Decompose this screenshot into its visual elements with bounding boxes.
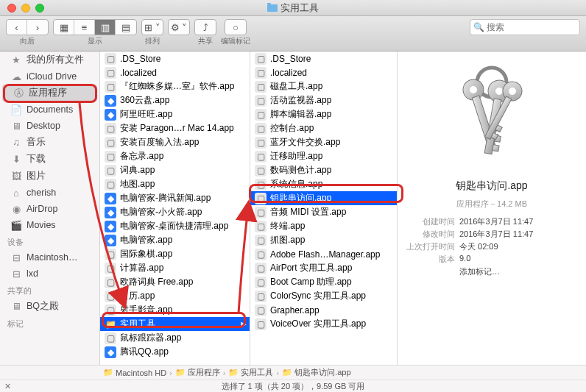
file-row[interactable]: ▢脚本编辑器.app xyxy=(250,107,397,121)
file-row[interactable]: ◆电脑管家-腾讯新闻.app xyxy=(100,191,250,205)
file-icon: ▢ xyxy=(255,235,266,246)
arrange-button[interactable]: ⊞ ˅ xyxy=(142,20,163,35)
view-group: ▦ ≡ ▥ ▤ 显示 xyxy=(53,19,137,46)
file-name: 磁盘工具.app xyxy=(270,80,394,93)
file-icon: ▢ xyxy=(105,81,116,93)
file-row[interactable]: ▢抓图.app xyxy=(250,233,397,247)
file-row[interactable]: ▢.localized xyxy=(100,65,250,79)
file-row[interactable]: ▢蓝牙文件交换.app xyxy=(250,135,397,149)
file-row[interactable]: ▢安装 Paragon…r Mac 14.app xyxy=(100,121,250,135)
file-row[interactable]: ▢Boot Camp 助理.app xyxy=(250,275,397,289)
sidebar[interactable]: ★我的所有文件☁iCloud DriveⒶ应用程序📄Documents🖥Desk… xyxy=(0,51,100,365)
file-row[interactable]: ▢磁盘工具.app xyxy=(250,79,397,93)
sidebar-icon: ◉ xyxy=(10,203,22,215)
file-row[interactable]: ▢迁移助理.app xyxy=(250,149,397,163)
file-name: 『红蜘蛛多媒…室』软件.app xyxy=(120,80,247,93)
file-row[interactable]: ▢.DS_Store xyxy=(250,51,397,65)
file-row[interactable]: ▢控制台.app xyxy=(250,121,397,135)
file-row[interactable]: ▢射手影音.app xyxy=(100,303,250,317)
file-row[interactable]: ◆电脑管家-桌面快捷清理.app xyxy=(100,219,250,233)
file-row[interactable]: ▢.DS_Store xyxy=(100,51,250,65)
file-row[interactable]: ▢钥匙串访问.app xyxy=(250,191,397,205)
file-row[interactable]: ▢数码测色计.app xyxy=(250,163,397,177)
sidebar-item-应用程序[interactable]: Ⓐ应用程序 xyxy=(2,85,97,101)
sidebar-item-图片[interactable]: 🖼图片 xyxy=(0,168,99,185)
file-name: 电脑管家-桌面快捷清理.app xyxy=(120,220,247,232)
sidebar-item-下载[interactable]: ⬇下载 xyxy=(0,151,99,168)
sidebar-item-Desktop[interactable]: 🖥Desktop xyxy=(0,118,99,134)
file-row[interactable]: ▢活动监视器.app xyxy=(250,93,397,107)
sidebar-item-Documents[interactable]: 📄Documents xyxy=(0,101,99,118)
file-row[interactable]: ▢国际象棋.app xyxy=(100,247,250,261)
file-row[interactable]: ▢.localized xyxy=(250,65,397,79)
sidebar-item-label: 应用程序 xyxy=(29,87,67,99)
sidebar-item-Macintosh…[interactable]: ⊟Macintosh… xyxy=(0,249,99,266)
file-row[interactable]: ▢终端.app xyxy=(250,219,397,233)
file-row[interactable]: ▢备忘录.app xyxy=(100,149,250,163)
share-button[interactable]: ⤴ xyxy=(195,20,216,35)
path-segment[interactable]: 📁钥匙串访问.app xyxy=(282,367,350,378)
file-row[interactable]: ▢欧路词典 Free.app xyxy=(100,275,250,289)
column-view-button[interactable]: ▥ xyxy=(95,20,116,35)
file-row[interactable]: ▢鼠标跟踪器.app xyxy=(100,331,250,345)
icon-view-button[interactable]: ▦ xyxy=(54,20,74,35)
sidebar-item-Movies[interactable]: 🎬Movies xyxy=(0,217,99,233)
file-row[interactable]: ◆电脑管家-小火箭.app xyxy=(100,205,250,219)
file-row[interactable]: ◆360云盘.app xyxy=(100,93,250,107)
path-segment[interactable]: 📁应用程序 xyxy=(175,367,220,378)
file-icon: ▢ xyxy=(255,137,266,149)
folder-icon: 📁 xyxy=(282,368,292,377)
file-icon: ▢ xyxy=(255,151,266,163)
file-row[interactable]: ◆腾讯QQ.app xyxy=(100,345,250,359)
gallery-view-button[interactable]: ▤ xyxy=(116,20,136,35)
share-label: 共享 xyxy=(198,36,213,46)
file-row[interactable]: ▢系统信息.app xyxy=(250,177,397,191)
file-name: 欧路词典 Free.app xyxy=(120,276,247,288)
sidebar-item-音乐[interactable]: ♫音乐 xyxy=(0,134,99,151)
file-row[interactable]: ▢音频 MIDI 设置.app xyxy=(250,205,397,219)
add-tag-row[interactable]: 添加标记… xyxy=(405,266,579,278)
sidebar-item-lxd[interactable]: ⊟lxd xyxy=(0,266,99,282)
column-applications[interactable]: ▢.DS_Store▢.localized▢『红蜘蛛多媒…室』软件.app◆36… xyxy=(100,51,250,365)
file-row[interactable]: ▢Grapher.app xyxy=(250,303,397,317)
file-row[interactable]: ◆阿里旺旺.app xyxy=(100,107,250,121)
action-button[interactable]: ⚙ ˅ xyxy=(169,20,189,35)
forward-button[interactable]: › xyxy=(27,20,48,35)
close-x-icon[interactable]: ✕ xyxy=(4,382,11,391)
sidebar-item-AirDrop[interactable]: ◉AirDrop xyxy=(0,201,99,217)
tags-button[interactable]: ○ xyxy=(225,20,246,35)
file-row[interactable]: ▢VoiceOver 实用工具.app xyxy=(250,317,397,331)
file-row[interactable]: ▢AirPort 实用工具.app xyxy=(250,261,397,275)
sidebar-item-label: 音乐 xyxy=(27,136,46,149)
file-icon: ▢ xyxy=(255,67,266,79)
sidebar-item-iCloud Drive[interactable]: ☁iCloud Drive xyxy=(0,68,99,85)
title-text: 实用工具 xyxy=(280,1,319,15)
file-row[interactable]: ▢地图.app xyxy=(100,177,250,191)
file-row[interactable]: ▢ColorSync 实用工具.app xyxy=(250,289,397,303)
file-row[interactable]: ▢日历.app xyxy=(100,289,250,303)
column-utilities[interactable]: ▢.DS_Store▢.localized▢磁盘工具.app▢活动监视器.app… xyxy=(250,51,398,365)
path-bar[interactable]: 📁Macintosh HD›📁应用程序›📁实用工具›📁钥匙串访问.app xyxy=(0,365,586,379)
tags-header: 标记 xyxy=(0,315,99,331)
search-input[interactable] xyxy=(470,19,580,35)
file-row[interactable]: ▢词典.app xyxy=(100,163,250,177)
file-name: 日历.app xyxy=(120,290,247,302)
file-row[interactable]: ▢安装百度输入法.app xyxy=(100,135,250,149)
file-icon: ◆ xyxy=(105,235,116,246)
file-row[interactable]: ◆电脑管家.app xyxy=(100,233,250,247)
file-icon: ▢ xyxy=(105,67,116,79)
sidebar-item-BQ之殿[interactable]: 🖥BQ之殿 xyxy=(0,298,99,315)
sidebar-item-cherish[interactable]: ⌂cherish xyxy=(0,185,99,201)
list-view-button[interactable]: ≡ xyxy=(74,20,95,35)
file-row[interactable]: ▢Adobe Flash…Manager.app xyxy=(250,247,397,261)
add-tag-link[interactable]: 添加标记… xyxy=(459,266,500,277)
file-row[interactable]: ▢计算器.app xyxy=(100,261,250,275)
sidebar-item-我的所有文件[interactable]: ★我的所有文件 xyxy=(0,51,99,68)
path-segment[interactable]: 📁实用工具 xyxy=(228,367,273,378)
nav-seg: ‹ › xyxy=(6,19,49,35)
file-row[interactable]: ▢『红蜘蛛多媒…室』软件.app xyxy=(100,79,250,93)
file-row[interactable]: 📁实用工具▶ xyxy=(100,317,250,331)
back-button[interactable]: ‹ xyxy=(7,20,27,35)
sidebar-item-label: iCloud Drive xyxy=(27,71,77,82)
path-segment[interactable]: 📁Macintosh HD xyxy=(103,368,166,377)
